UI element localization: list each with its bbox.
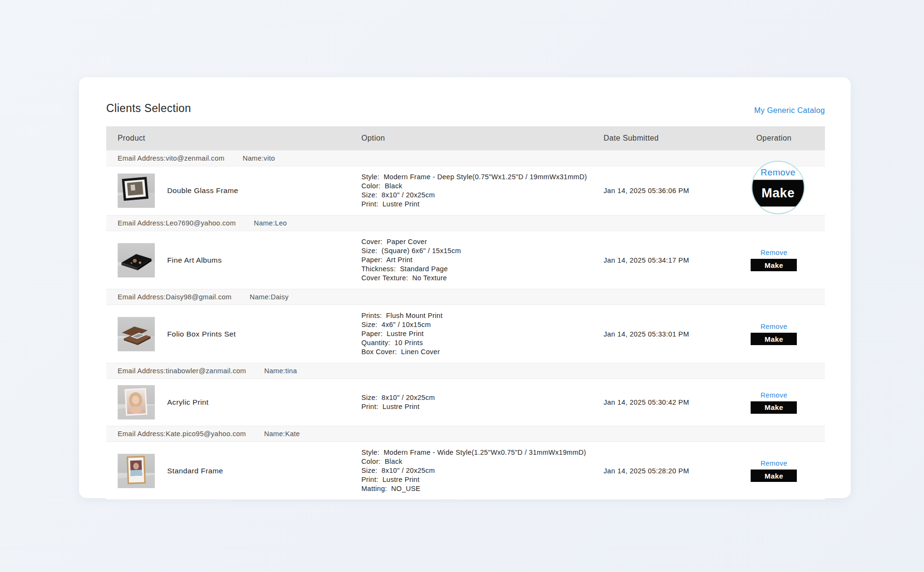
clients-selection-card: Clients Selection My Generic Catalog Pro… [79,77,851,498]
option-line: Style: Modern Frame - Deep Style(0.75"Wx… [362,173,604,182]
operation-actions: Remove Make [751,249,797,271]
option-cell: Style: Modern Frame - Deep Style(0.75"Wx… [362,173,604,209]
option-line: Cover Texture: No Texture [362,274,604,283]
product-name: Standard Frame [167,467,223,475]
client-email-label: Email Address:Kate.pico95@yahoo.com [118,430,246,438]
option-cell: Cover: Paper CoverSize: (Square) 6x6" / … [362,237,604,283]
client-email-row: Email Address:Daisy98@gmail.com Name:Dai… [106,289,825,305]
product-cell: Fine Art Albums [106,243,362,277]
make-button[interactable]: Make [752,180,805,206]
make-button[interactable]: Make [751,333,797,345]
fine-art-albums-thumbnail [118,243,155,277]
operation-actions: Remove Make [751,460,797,482]
option-cell: Style: Modern Frame - Wide Style(1.25"Wx… [362,448,604,493]
option-line: Color: Black [362,182,604,191]
option-line: Matting: NO_USE [362,484,604,493]
card-header: Clients Selection My Generic Catalog [79,77,851,115]
client-email-label: Email Address:vito@zenmail.com [118,154,224,162]
column-header-product: Product [106,134,362,143]
product-cell: Folio Box Prints Set [106,317,362,351]
client-name-label: Name:Daisy [250,293,289,301]
table-body: Email Address:vito@zenmail.com Name:vito… [106,150,825,500]
option-line: Print: Lustre Print [362,475,604,484]
product-name: Acrylic Print [167,398,209,407]
option-line: Print: Lustre Print [362,402,604,411]
option-line: Size: 8x10" / 20x25cm [362,466,604,475]
operation-actions: Remove Make [751,391,797,414]
product-cell: Acrylic Print [106,385,362,419]
page-title: Clients Selection [106,102,191,115]
option-line: Box Cover: Linen Cover [362,347,604,357]
client-email-label: Email Address:Leo7690@yahoo.com [118,219,236,227]
clients-selection-table: Product Option Date Submitted Operation … [106,126,825,500]
client-email-label: Email Address:tinabowler@zanmail.com [118,367,246,375]
magnifier-lens: Remove Make [752,161,805,214]
operation-cell: Remove Make [743,249,825,271]
standard-frame-thumbnail [118,454,155,488]
product-name: Fine Art Albums [167,256,222,265]
option-line: Paper: Lustre Print [362,329,604,338]
table-row: Acrylic Print Size: 8x10" / 20x25cmPrint… [106,379,825,426]
option-line: Size: 4x6" / 10x15cm [362,320,604,329]
client-email-row: Email Address:tinabowler@zanmail.com Nam… [106,363,825,379]
table-header-row: Product Option Date Submitted Operation [106,126,825,150]
option-line: Print: Lustre Print [362,200,604,209]
operation-cell: Remove Make [743,391,825,414]
option-line: Prints: Flush Mount Print [362,311,604,320]
acrylic-print-thumbnail [118,385,155,419]
client-email-row: Email Address:Leo7690@yahoo.com Name:Leo [106,215,825,231]
date-submitted: Jan 14, 2025 05:34:17 PM [603,256,743,264]
option-line: Paper: Art Print [362,255,604,265]
option-line: Style: Modern Frame - Wide Style(1.25"Wx… [362,448,604,457]
option-line: Quantity: 10 Prints [362,338,604,347]
client-name-label: Name:tina [264,367,297,375]
date-submitted: Jan 14, 2025 05:36:06 PM [603,187,743,194]
product-name: Folio Box Prints Set [167,330,236,338]
option-line: Size: 8x10" / 20x25cm [362,393,604,402]
client-name-label: Name:vito [242,154,275,162]
date-submitted: Jan 14, 2025 05:30:42 PM [603,398,743,406]
client-name-label: Name:Leo [254,219,287,227]
column-header-operation: Operation [743,134,825,143]
option-cell: Prints: Flush Mount PrintSize: 4x6" / 10… [362,311,604,357]
table-row: Standard Frame Style: Modern Frame - Wid… [106,442,825,500]
double-glass-frame-thumbnail [118,174,155,208]
my-generic-catalog-link[interactable]: My Generic Catalog [754,106,825,115]
date-submitted: Jan 14, 2025 05:28:20 PM [603,467,743,475]
product-name: Double Glass Frame [167,186,238,195]
table-row: Double Glass Frame Style: Modern Frame -… [106,166,825,215]
operation-cell: Remove Make [743,460,825,482]
column-header-option: Option [362,134,604,143]
date-submitted: Jan 14, 2025 05:33:01 PM [603,330,743,338]
remove-link[interactable]: Remove [761,460,787,467]
option-cell: Size: 8x10" / 20x25cmPrint: Lustre Print [362,393,604,411]
option-line: Size: 8x10" / 20x25cm [362,191,604,200]
make-button[interactable]: Make [751,259,797,271]
product-cell: Standard Frame [106,454,362,488]
option-line: Thickness: Standard Page [362,265,604,274]
option-line: Size: (Square) 6x6" / 15x15cm [362,246,604,255]
remove-link[interactable]: Remove [761,323,787,330]
client-email-row: Email Address:vito@zenmail.com Name:vito [106,150,825,166]
option-line: Color: Black [362,457,604,466]
client-email-row: Email Address:Kate.pico95@yahoo.com Name… [106,426,825,442]
make-button[interactable]: Make [751,470,797,482]
option-line: Cover: Paper Cover [362,237,604,246]
column-header-date-submitted: Date Submitted [603,134,743,143]
client-name-label: Name:Kate [264,430,300,438]
client-email-label: Email Address:Daisy98@gmail.com [118,293,231,301]
product-cell: Double Glass Frame [106,174,362,208]
folio-box-prints-set-thumbnail [118,317,155,351]
table-row: Folio Box Prints Set Prints: Flush Mount… [106,305,825,363]
operation-actions: Remove Make [751,323,797,345]
remove-link[interactable]: Remove [761,249,787,256]
operation-cell: Remove Make [743,323,825,345]
table-row: Fine Art Albums Cover: Paper CoverSize: … [106,231,825,289]
remove-link[interactable]: Remove [761,167,795,178]
make-button[interactable]: Make [751,401,797,414]
remove-link[interactable]: Remove [761,391,787,399]
